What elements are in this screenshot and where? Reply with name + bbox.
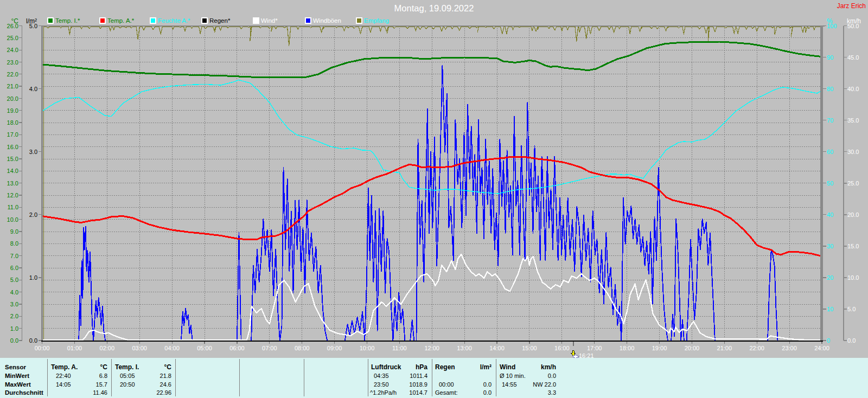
svg-text:16:00: 16:00 xyxy=(554,345,570,351)
svg-text:04:35: 04:35 xyxy=(374,373,389,379)
svg-text:Wind: Wind xyxy=(500,363,515,371)
svg-text:08:00: 08:00 xyxy=(295,345,310,351)
svg-text:Windböen: Windböen xyxy=(313,17,341,24)
svg-text:Regen: Regen xyxy=(435,363,455,371)
svg-text:70: 70 xyxy=(827,117,833,124)
svg-text:MaxWert: MaxWert xyxy=(5,381,31,388)
svg-text:11.46: 11.46 xyxy=(93,389,107,396)
svg-text:Sensor: Sensor xyxy=(5,364,27,370)
svg-text:19:00: 19:00 xyxy=(652,345,667,351)
svg-text:2.0: 2.0 xyxy=(10,313,18,319)
svg-text:2.0: 2.0 xyxy=(29,211,37,218)
svg-text:°C: °C xyxy=(164,363,172,371)
svg-text:21:00: 21:00 xyxy=(717,345,732,351)
svg-text:60: 60 xyxy=(827,149,833,155)
svg-text:8.0: 8.0 xyxy=(10,240,18,247)
svg-text:5.0: 5.0 xyxy=(847,306,856,312)
svg-text:Jarz Erich: Jarz Erich xyxy=(837,2,866,10)
svg-text:NW 22.0: NW 22.0 xyxy=(533,381,556,388)
svg-text:13:00: 13:00 xyxy=(457,345,472,351)
svg-text:0.0: 0.0 xyxy=(10,337,18,344)
svg-text:24.0: 24.0 xyxy=(7,47,18,53)
svg-text:l/m²: l/m² xyxy=(480,363,492,371)
svg-text:04:00: 04:00 xyxy=(164,345,180,351)
svg-text:05:05: 05:05 xyxy=(120,373,135,379)
svg-text:1.0: 1.0 xyxy=(10,325,18,332)
svg-text:25.0: 25.0 xyxy=(7,35,18,41)
svg-text:l/m²: l/m² xyxy=(26,17,37,25)
svg-text:30: 30 xyxy=(827,243,833,249)
svg-text:km/h: km/h xyxy=(847,17,861,25)
svg-text:20.0: 20.0 xyxy=(7,95,18,102)
svg-text:05:00: 05:00 xyxy=(197,345,212,351)
svg-text:°C: °C xyxy=(100,363,108,371)
svg-text:22:00: 22:00 xyxy=(749,345,764,351)
svg-text:30.0: 30.0 xyxy=(847,149,859,155)
svg-text:17:00: 17:00 xyxy=(587,345,602,351)
svg-text:21.0: 21.0 xyxy=(7,83,18,89)
svg-text:18.0: 18.0 xyxy=(7,119,18,126)
svg-text:4.0: 4.0 xyxy=(10,289,18,296)
svg-text:1018.9: 1018.9 xyxy=(409,381,427,388)
svg-text:Gesamt:: Gesamt: xyxy=(435,389,458,396)
svg-text:Durchschnitt: Durchschnitt xyxy=(5,389,43,396)
svg-text:Regen*: Regen* xyxy=(209,17,231,24)
svg-text:Luftdruck: Luftdruck xyxy=(371,363,401,371)
svg-text:15.0: 15.0 xyxy=(7,156,18,162)
svg-text:°C: °C xyxy=(11,17,19,25)
svg-text:35.0: 35.0 xyxy=(847,117,859,124)
svg-text:23.0: 23.0 xyxy=(7,59,18,66)
svg-text:1.0: 1.0 xyxy=(29,274,37,281)
svg-text:90: 90 xyxy=(827,54,833,61)
svg-text:11:00: 11:00 xyxy=(392,345,407,351)
svg-text:Feuchte A.*: Feuchte A.* xyxy=(158,17,190,24)
svg-text:5.0: 5.0 xyxy=(10,277,18,283)
svg-text:16.0: 16.0 xyxy=(7,144,18,150)
svg-text:3.0: 3.0 xyxy=(10,301,18,307)
svg-text:14:00: 14:00 xyxy=(489,345,505,351)
svg-text:20:50: 20:50 xyxy=(120,381,135,388)
svg-text:22:40: 22:40 xyxy=(56,373,71,379)
svg-text:1014.7: 1014.7 xyxy=(409,389,427,396)
svg-text:07:00: 07:00 xyxy=(262,345,277,351)
svg-text:0.0: 0.0 xyxy=(847,337,856,344)
svg-text:18:00: 18:00 xyxy=(620,345,635,351)
svg-text:80: 80 xyxy=(827,86,833,92)
svg-text:45.0: 45.0 xyxy=(847,54,859,61)
svg-text:15:00: 15:00 xyxy=(522,345,537,351)
svg-text:^1.2hPa/h: ^1.2hPa/h xyxy=(370,389,397,396)
svg-text:Empfang: Empfang xyxy=(364,17,389,24)
svg-text:hPa: hPa xyxy=(416,363,427,371)
svg-text:7.0: 7.0 xyxy=(10,253,18,259)
svg-text:0.0: 0.0 xyxy=(483,389,492,396)
svg-text:50: 50 xyxy=(827,180,833,187)
svg-text:21.8: 21.8 xyxy=(160,373,171,379)
svg-text:20: 20 xyxy=(827,274,833,281)
svg-text:11.0: 11.0 xyxy=(7,204,18,210)
svg-text:22.96: 22.96 xyxy=(156,389,171,396)
svg-text:15.0: 15.0 xyxy=(847,243,859,249)
svg-text:00:00: 00:00 xyxy=(439,381,454,388)
svg-text:0.0: 0.0 xyxy=(548,373,556,379)
svg-text:14.0: 14.0 xyxy=(7,168,18,174)
svg-text:%: % xyxy=(827,17,833,25)
svg-text:3.0: 3.0 xyxy=(29,149,37,155)
svg-text:Montag, 19.09.2022: Montag, 19.09.2022 xyxy=(394,3,474,13)
svg-text:10.0: 10.0 xyxy=(847,274,859,281)
svg-text:13.0: 13.0 xyxy=(7,180,18,187)
svg-text:09:00: 09:00 xyxy=(327,345,342,351)
svg-text:17.0: 17.0 xyxy=(7,131,18,138)
svg-text:km/h: km/h xyxy=(541,363,556,371)
svg-text:Wind*: Wind* xyxy=(261,17,278,24)
svg-text:4.0: 4.0 xyxy=(29,86,37,92)
svg-text:6.0: 6.0 xyxy=(10,265,18,271)
svg-text:10.0: 10.0 xyxy=(7,216,18,223)
svg-text:12.0: 12.0 xyxy=(7,192,18,198)
svg-text:1011.4: 1011.4 xyxy=(410,373,427,379)
svg-text:40: 40 xyxy=(827,211,833,218)
svg-text:MinWert: MinWert xyxy=(5,373,29,379)
svg-text:01:00: 01:00 xyxy=(67,345,82,351)
svg-text:10: 10 xyxy=(827,306,833,312)
svg-text:Temp. I.*: Temp. I.* xyxy=(55,17,80,24)
svg-text:23:50: 23:50 xyxy=(374,381,389,388)
